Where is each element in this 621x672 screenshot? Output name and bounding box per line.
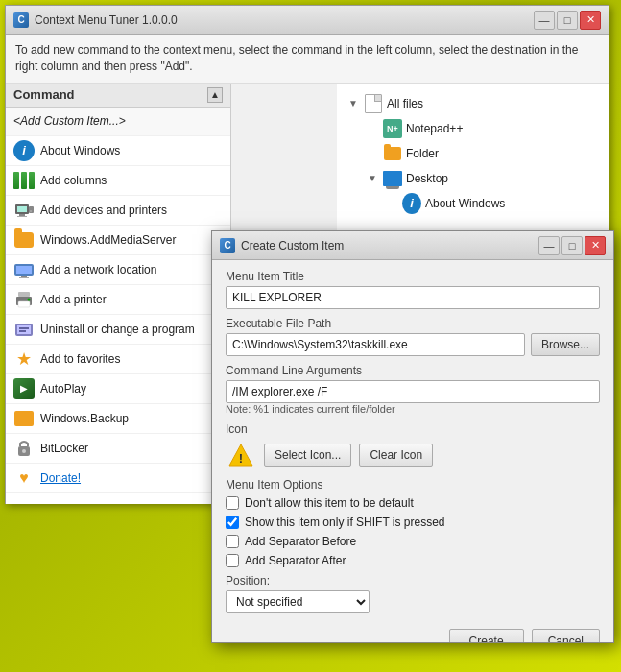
dialog-close-btn[interactable]: ✕ (585, 236, 606, 255)
columns-icon (13, 170, 35, 191)
sep-before-label: Add Separator Before (245, 535, 356, 548)
svg-rect-9 (19, 277, 29, 278)
dialog-minimize-btn[interactable]: — (538, 236, 560, 255)
svg-rect-11 (18, 292, 30, 297)
list-item[interactable]: AutoPlay (6, 374, 230, 404)
svg-rect-17 (19, 330, 26, 332)
svg-text:!: ! (239, 451, 243, 466)
list-item[interactable]: Add columns (6, 166, 230, 196)
svg-rect-12 (18, 301, 30, 307)
executable-path-input[interactable] (226, 333, 525, 356)
menu-item-title-group: Menu Item Title (226, 270, 600, 309)
left-panel: Command ▲ <Add Custom Item...> i About W… (6, 84, 231, 504)
sep-after-checkbox[interactable] (226, 554, 239, 567)
list-item[interactable]: ★ Add to favorites (6, 345, 230, 374)
command-list: <Add Custom Item...> i About Windows (6, 108, 230, 504)
info-bar: To add new command to the context menu, … (6, 35, 609, 84)
shift-only-checkbox[interactable] (226, 516, 239, 529)
main-minimize-btn[interactable]: — (534, 11, 555, 30)
no-default-checkbox[interactable] (226, 496, 239, 510)
list-item[interactable]: ♥ Donate! (6, 464, 230, 493)
list-item[interactable]: Uninstall or change a program (6, 315, 230, 345)
browse-button[interactable]: Browse... (531, 333, 600, 356)
command-args-input[interactable] (226, 380, 600, 403)
main-window-title: Context Menu Tuner 1.0.0.0 (35, 13, 178, 27)
shift-only-label: Show this item only if SHIFT is pressed (245, 516, 445, 529)
no-default-label: Don't allow this item to be default (245, 496, 414, 510)
desktop-icon (383, 169, 402, 188)
tree-item-about-windows[interactable]: i About Windows (383, 191, 601, 216)
dialog-title: Create Custom Item (241, 239, 344, 252)
main-window-controls: — □ ✕ (534, 11, 601, 30)
menu-item-title-input[interactable] (226, 286, 600, 309)
clear-icon-button[interactable]: Clear Icon (359, 444, 433, 467)
options-section: Menu Item Options Don't allow this item … (226, 478, 600, 568)
folder-tree-icon (383, 144, 402, 163)
dialog-title-bar: C Create Custom Item — □ ✕ (212, 231, 613, 260)
position-select[interactable]: Not specified Top Bottom Middle (226, 590, 370, 613)
list-item[interactable]: i About Windows (6, 136, 230, 166)
list-item[interactable]: Windows.Backup (6, 404, 230, 434)
position-label: Position: (226, 574, 600, 588)
create-button[interactable]: Create (449, 629, 524, 642)
devices-icon (13, 200, 35, 221)
doc-icon (364, 94, 383, 113)
command-panel-header: Command ▲ (6, 84, 230, 108)
checkbox-no-default: Don't allow this item to be default (226, 495, 600, 511)
command-args-label: Command Line Arguments (226, 364, 600, 377)
cancel-button[interactable]: Cancel (532, 629, 600, 642)
info-icon: i (13, 140, 35, 161)
svg-rect-2 (19, 214, 25, 216)
folder-icon (13, 229, 35, 251)
select-icon-button[interactable]: Select Icon... (264, 444, 351, 467)
favorites-icon: ★ (13, 348, 35, 370)
executable-path-group: Executable File Path Browse... (226, 317, 600, 356)
tree-item-folder[interactable]: Folder (364, 141, 601, 166)
scroll-up-btn[interactable]: ▲ (207, 87, 223, 103)
create-custom-item-dialog: C Create Custom Item — □ ✕ Menu Item Tit… (211, 230, 614, 643)
svg-rect-8 (21, 276, 27, 277)
dialog-maximize-btn[interactable]: □ (561, 236, 583, 255)
svg-rect-1 (17, 206, 27, 212)
checkbox-sep-after: Add Separator After (226, 553, 600, 568)
command-args-group: Command Line Arguments Note: %1 indicate… (226, 364, 600, 415)
dialog-footer: Create Cancel (226, 623, 600, 642)
printer-icon (13, 289, 35, 310)
executable-path-row: Browse... (226, 333, 600, 356)
checkbox-shift-only: Show this item only if SHIFT is pressed (226, 515, 600, 530)
svg-rect-15 (17, 325, 31, 334)
uninstall-icon (13, 319, 35, 340)
svg-point-5 (30, 210, 32, 212)
command-args-note: Note: %1 indicates current file/folder (226, 403, 600, 415)
svg-rect-7 (16, 266, 32, 274)
list-item[interactable]: Add a printer (6, 285, 230, 315)
dialog-body: Menu Item Title Executable File Path Bro… (212, 260, 613, 642)
tree-item-desktop[interactable]: ▼ Desktop (364, 166, 601, 191)
backup-icon (13, 408, 35, 429)
icon-row: ! Select Icon... Clear Icon (226, 440, 600, 470)
svg-rect-4 (29, 206, 34, 213)
options-label: Menu Item Options (226, 478, 600, 492)
main-maximize-btn[interactable]: □ (557, 11, 578, 30)
list-item[interactable]: Windows.AddMediaServer (6, 226, 230, 255)
menu-item-title-label: Menu Item Title (226, 270, 600, 283)
tree-item-all-files[interactable]: ▼ All files (345, 91, 601, 116)
svg-rect-16 (19, 327, 29, 329)
tree-item-notepadpp[interactable]: N+ Notepad++ (364, 116, 601, 141)
main-close-btn[interactable]: ✕ (580, 11, 601, 30)
list-item[interactable]: BitLocker (6, 434, 230, 464)
dialog-controls: — □ ✕ (538, 236, 606, 255)
app-icon: C (13, 12, 29, 28)
tree-children-all-files: N+ Notepad++ Folder ▼ (345, 116, 601, 216)
svg-point-13 (28, 298, 31, 300)
list-item[interactable]: Add devices and printers (6, 196, 230, 226)
sep-after-label: Add Separator After (245, 554, 346, 567)
about-info-icon: i (402, 194, 421, 213)
list-item[interactable]: Add a network location (6, 255, 230, 285)
list-item[interactable]: <Add Custom Item...> (6, 108, 230, 136)
dialog-icon: C (220, 238, 235, 253)
position-group: Position: Not specified Top Bottom Middl… (226, 574, 600, 613)
main-title-bar: C Context Menu Tuner 1.0.0.0 — □ ✕ (6, 6, 609, 35)
sep-before-checkbox[interactable] (226, 535, 239, 548)
checkbox-sep-before: Add Separator Before (226, 534, 600, 549)
